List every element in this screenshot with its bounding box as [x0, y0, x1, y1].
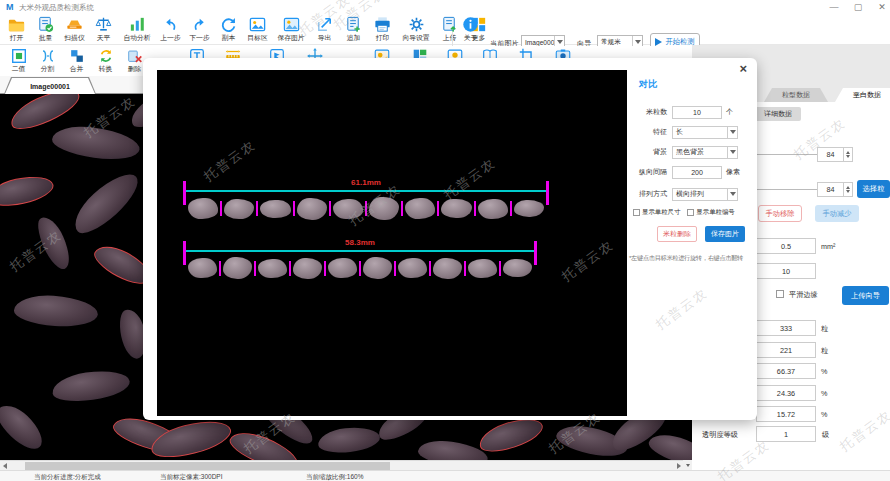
spinner-arrows-icon[interactable] [843, 148, 852, 161]
rice-grain[interactable] [188, 258, 217, 278]
compare-row: 58.3mm [183, 238, 537, 296]
detail-data-button[interactable]: 详细数据 [755, 107, 801, 121]
chevron-down-icon [727, 147, 737, 158]
stat-value-field[interactable]: 24.36 [756, 385, 816, 401]
rice-grain[interactable] [369, 197, 399, 220]
form-select[interactable]: 黑色背景 [672, 146, 738, 159]
spinner-arrows-icon[interactable] [843, 183, 852, 196]
form-label: 背景 [631, 147, 667, 157]
rice-grain[interactable] [478, 199, 508, 219]
stat-value-field[interactable]: 221 [756, 342, 816, 358]
threshold-spinner-bottom[interactable]: 84 [817, 182, 853, 197]
manual-remove-button[interactable]: 手动移除 [758, 205, 802, 222]
rice-grain[interactable] [333, 199, 363, 219]
stat-unit: % [821, 367, 827, 376]
form-select[interactable]: 长 [672, 126, 738, 139]
app-logo: M [6, 2, 14, 12]
stat-value-field[interactable]: 66.37 [756, 363, 816, 379]
stat-unit: % [821, 389, 827, 398]
threshold-spinner-top[interactable]: 84 [817, 147, 853, 162]
rice-grain[interactable] [223, 257, 252, 279]
binary-icon [10, 47, 28, 65]
rice-grain[interactable] [405, 198, 435, 219]
rice-grain[interactable] [514, 200, 544, 217]
minimize-button[interactable]: — [826, 1, 842, 13]
edit-button-split[interactable]: 分割 [33, 46, 62, 75]
dialog-close-icon[interactable]: × [739, 61, 747, 76]
rice-grain[interactable] [441, 199, 471, 218]
chevron-down-icon [727, 127, 737, 138]
rice-grain[interactable] [398, 258, 427, 278]
edit-button-merge[interactable]: 合并 [62, 46, 91, 75]
manual-reduce-button[interactable]: 手动减少 [815, 205, 859, 222]
form-select[interactable]: 横向排列 [672, 188, 738, 201]
toolbar-button-redo-arrow[interactable]: 下一步 [185, 15, 214, 44]
edit-button-convert[interactable]: 转换 [91, 46, 120, 75]
toolbar-button-refresh[interactable]: 副本 [214, 15, 243, 44]
rice-grain[interactable] [297, 198, 327, 220]
rice-grain[interactable] [468, 259, 497, 278]
rice-grain[interactable] [260, 200, 290, 218]
compare-image-area[interactable]: 61.1mm58.3mm [157, 70, 627, 416]
stat-value-field[interactable]: 15.72 [756, 406, 816, 422]
checkbox[interactable] [687, 209, 694, 216]
toolbar-button-image-target[interactable]: 目标区 [243, 15, 272, 44]
scroll-down-icon[interactable] [683, 460, 692, 470]
rice-grain[interactable] [328, 258, 357, 278]
count-field[interactable]: 10 [756, 263, 816, 279]
checkbox-option[interactable]: 显示单粒尺寸 [633, 208, 680, 217]
toolbar-button-image-save[interactable]: 保存图片 [272, 15, 310, 44]
rice-grain[interactable] [188, 198, 218, 219]
rice-grain[interactable] [224, 199, 254, 219]
edit-button-label: 二值 [12, 65, 26, 73]
scrollbar-thumb[interactable] [25, 462, 390, 470]
toolbar-button-doc-check[interactable]: 批量 [31, 15, 60, 44]
status-bar: 当前分析进度:分析完成 当前标定像素:300DPI 当前缩放比例:160% [0, 470, 890, 481]
rice-grain [50, 122, 141, 164]
compare-row: 61.1mm [183, 178, 549, 236]
edit-button-binary[interactable]: 二值 [4, 46, 33, 75]
maximize-button[interactable]: ▢ [850, 1, 866, 13]
slider-track[interactable] [757, 154, 817, 155]
image-tab[interactable]: Image00001 [4, 77, 96, 94]
checkbox-option[interactable]: 显示单粒编号 [687, 208, 734, 217]
rice-grain[interactable] [503, 259, 532, 277]
toolbar-button-balance[interactable]: 天平 [89, 15, 118, 44]
stat-unit: 粒 [821, 346, 828, 356]
rice-grain[interactable] [293, 258, 322, 279]
upload-wizard-button[interactable]: 上传向导 [842, 286, 889, 305]
horizontal-scrollbar[interactable] [0, 460, 683, 470]
smooth-edge-checkbox[interactable] [776, 290, 784, 298]
rice-grain[interactable] [258, 259, 287, 278]
toolbar-button-folder[interactable]: 打开 [2, 15, 31, 44]
toolbar-button-label: 打印 [376, 34, 390, 42]
transparency-field[interactable]: 1 [756, 426, 816, 442]
form-input[interactable]: 10 [672, 106, 722, 119]
slider-track[interactable] [757, 189, 817, 190]
toolbar-button-doc-plus[interactable]: 追加 [339, 15, 368, 44]
toolbar-button-printer[interactable]: 打印 [368, 15, 397, 44]
tab-grain-shape-data[interactable]: 粒型数据 [764, 88, 828, 102]
checkbox[interactable] [633, 209, 640, 216]
delete-grain-button[interactable]: 米粒删除 [657, 226, 697, 242]
min-area-field[interactable]: 0.5 [756, 238, 816, 254]
tab-chalkiness-data[interactable]: 垩白数据 [835, 88, 890, 102]
rice-grain[interactable] [433, 258, 462, 279]
toolbar-button-label: 打开 [10, 34, 24, 42]
toolbar-button-scanner[interactable]: 扫描仪 [60, 15, 89, 44]
select-grain-button[interactable]: 选择粒 [857, 180, 890, 198]
form-label: 排列方式 [631, 189, 667, 199]
toolbar-button-undo-arrow[interactable]: 上一步 [156, 15, 185, 44]
stat-value-field[interactable]: 333 [756, 320, 816, 336]
toolbar-button-export-arrow[interactable]: 导出 [310, 15, 339, 44]
toolbar-button-about[interactable]: 关于 [456, 15, 485, 44]
save-image-button[interactable]: 保存图片 [705, 226, 745, 242]
toolbar-button-chart-bars[interactable]: 自动分析 [118, 15, 156, 44]
stat-unit: % [821, 410, 827, 419]
toolbar-button-gear[interactable]: 向导设置 [397, 15, 435, 44]
rice-grain[interactable] [363, 257, 392, 279]
select-value: 黑色背景 [673, 147, 727, 157]
close-button[interactable]: ✕ [874, 1, 890, 13]
form-input[interactable]: 200 [672, 166, 722, 179]
app-window: M 大米外观品质检测系统 — ▢ ✕ 打开批量扫描仪天平自动分析上一步下一步副本… [0, 0, 890, 481]
